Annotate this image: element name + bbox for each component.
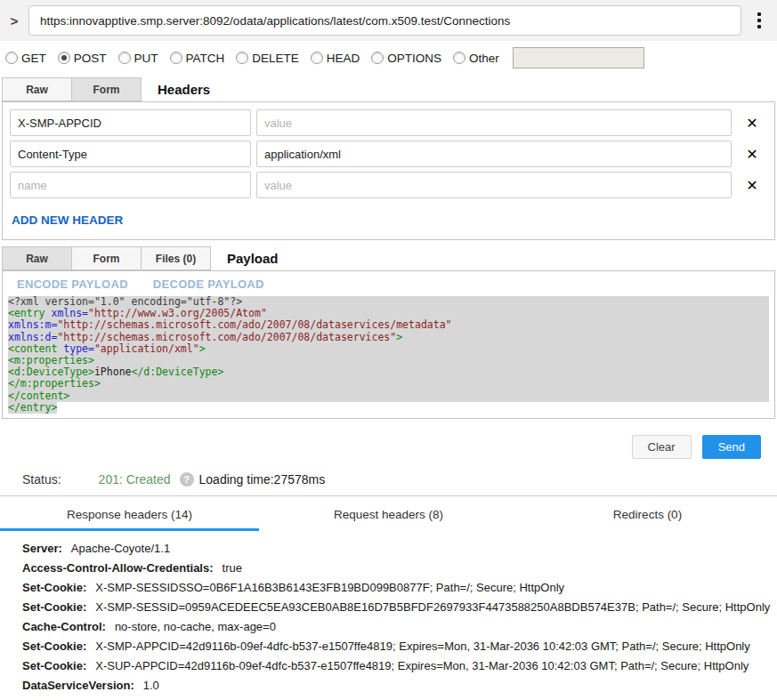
response-header-name: Access-Control-Allow-Credentials: — [22, 561, 214, 575]
headers-tab-raw[interactable]: Raw — [2, 77, 72, 101]
status-code: 201: Created — [99, 472, 171, 487]
loading-time: Loading time:27578ms — [199, 472, 326, 487]
tab-request-headers-8[interactable]: Request headers (8) — [259, 496, 518, 531]
send-button[interactable]: Send — [702, 435, 761, 459]
response-header-name: Server: — [22, 542, 62, 555]
method-radio-patch[interactable]: PATCH — [170, 52, 225, 65]
method-label: PUT — [134, 52, 158, 65]
encode-payload-link[interactable]: ENCODE PAYLOAD — [17, 278, 128, 291]
add-new-header-link[interactable]: ADD NEW HEADER — [12, 213, 123, 227]
header-name-input[interactable] — [10, 172, 251, 198]
method-label: PATCH — [186, 52, 225, 65]
response-header-row: Set-Cookie:X-SMP-SESSIDSSO=0B6F1A16B3B61… — [22, 578, 777, 598]
code-line: </m:properties> — [8, 378, 769, 390]
remove-header-button[interactable]: ✕ — [737, 114, 767, 133]
response-headers-list: Server:Apache-Coyote/1.1Access-Control-A… — [0, 531, 777, 700]
method-label: DELETE — [252, 52, 299, 65]
method-radio-post[interactable]: POST — [58, 52, 107, 65]
tab-redirects-0[interactable]: Redirects (0) — [518, 496, 777, 531]
url-bar: > — [0, 0, 777, 41]
payload-section-title: Payload — [227, 251, 279, 266]
tab-response-headers-14[interactable]: Response headers (14) — [0, 496, 259, 531]
payload-tab-buttons: RawFormFiles (0) — [2, 246, 211, 270]
response-header-value: true — [223, 561, 242, 575]
remove-header-button[interactable]: ✕ — [737, 176, 767, 195]
method-radio-delete[interactable]: DELETE — [236, 52, 299, 65]
payload-editor[interactable]: <?xml version="1.0" encoding="utf-8"?><e… — [3, 294, 774, 418]
radio-icon — [311, 52, 323, 64]
response-header-row: Date:Tue, 05 Apr 2016 10:42:03 GMT — [22, 696, 777, 700]
chevron-right-icon[interactable]: > — [0, 13, 28, 28]
url-input[interactable] — [28, 5, 741, 36]
response-header-row: Set-Cookie:X-SUP-APPCID=42d9116b-09ef-4d… — [22, 656, 777, 676]
response-header-row: Set-Cookie:X-SMP-APPCID=42d9116b-09ef-4d… — [22, 637, 777, 656]
radio-icon — [58, 52, 70, 64]
header-name-input[interactable] — [10, 109, 251, 136]
headers-tabbar: RawForm Headers — [2, 77, 777, 101]
method-radio-head[interactable]: HEAD — [311, 52, 360, 65]
header-value-input[interactable] — [256, 141, 732, 167]
code-line: <content type="application/xml"> — [8, 343, 769, 355]
response-header-value: Apache-Coyote/1.1 — [71, 542, 170, 555]
response-tabbar: Response headers (14)Request headers (8)… — [0, 495, 777, 531]
method-label: GET — [21, 52, 46, 65]
headers-tab-buttons: RawForm — [2, 77, 142, 101]
header-value-input[interactable] — [256, 172, 732, 198]
radio-icon — [118, 52, 131, 64]
method-radio-options[interactable]: OPTIONS — [371, 52, 441, 65]
method-label: HEAD — [327, 52, 360, 65]
headers-panel: ✕✕✕ ADD NEW HEADER — [2, 101, 775, 240]
decode-payload-link[interactable]: DECODE PAYLOAD — [153, 278, 264, 291]
header-rows: ✕✕✕ — [10, 109, 767, 198]
response-header-value: 1.0 — [143, 679, 159, 692]
headers-section-title: Headers — [158, 82, 210, 97]
radio-icon — [5, 52, 18, 64]
payload-actions: ENCODE PAYLOAD DECODE PAYLOAD — [3, 271, 774, 294]
response-header-value: no-store, no-cache, max-age=0 — [115, 620, 276, 633]
method-label: OPTIONS — [387, 52, 441, 65]
response-header-row: Server:Apache-Coyote/1.1 — [22, 539, 777, 559]
response-header-name: Cache-Control: — [22, 620, 106, 633]
status-label: Status: — [22, 472, 61, 487]
remove-header-button[interactable]: ✕ — [737, 145, 767, 164]
response-header-name: Set-Cookie: — [22, 600, 86, 614]
method-label: Other — [469, 52, 499, 65]
header-name-input[interactable] — [10, 141, 251, 167]
radio-icon — [170, 52, 182, 64]
header-row: ✕ — [10, 141, 767, 167]
code-line: </entry> — [8, 402, 57, 414]
header-row: ✕ — [10, 109, 767, 136]
response-header-name: Set-Cookie: — [22, 640, 86, 653]
code-line: <d:DeviceType>iPhone</d:DeviceType> — [8, 366, 769, 378]
header-value-input[interactable] — [256, 109, 732, 136]
response-header-row: Cache-Control:no-store, no-cache, max-ag… — [22, 617, 777, 637]
response-header-name: Set-Cookie: — [22, 659, 86, 672]
method-label: POST — [74, 52, 107, 65]
header-row: ✕ — [10, 172, 767, 198]
clear-button[interactable]: Clear — [632, 435, 692, 459]
method-radio-other[interactable]: Other — [453, 52, 499, 65]
response-header-name: Set-Cookie: — [22, 581, 86, 594]
response-header-value: X-SMP-SESSID=0959ACEDEEC5EA93CEB0AB8E16D… — [95, 600, 770, 614]
code-line: </content> — [8, 390, 769, 402]
kebab-menu-icon[interactable] — [741, 7, 777, 34]
radio-icon — [371, 52, 384, 64]
radio-icon — [453, 52, 465, 64]
method-radio-put[interactable]: PUT — [118, 52, 158, 65]
payload-tab-files-0[interactable]: Files (0) — [141, 246, 211, 270]
radio-icon — [236, 52, 248, 64]
payload-tabbar: RawFormFiles (0) Payload — [2, 246, 777, 270]
other-method-input[interactable] — [513, 47, 644, 68]
response-header-value: X-SMP-SESSIDSSO=0B6F1A16B3B6143E3FB19BD0… — [95, 581, 564, 594]
request-actions: Clear Send — [0, 435, 761, 459]
help-icon[interactable]: ? — [180, 472, 194, 487]
payload-tab-form[interactable]: Form — [71, 246, 142, 270]
status-row: Status: 201: Created ? Loading time:2757… — [22, 472, 777, 487]
payload-panel: ENCODE PAYLOAD DECODE PAYLOAD <?xml vers… — [2, 270, 775, 419]
payload-tab-raw[interactable]: Raw — [2, 246, 72, 270]
response-header-row: Set-Cookie:X-SMP-SESSID=0959ACEDEEC5EA93… — [22, 598, 777, 617]
response-header-value: X-SMP-APPCID=42d9116b-09ef-4dfc-b537-e15… — [95, 640, 750, 653]
response-header-value: X-SUP-APPCID=42d9116b-09ef-4dfc-b537-e15… — [95, 659, 749, 672]
method-radio-get[interactable]: GET — [5, 52, 46, 65]
headers-tab-form[interactable]: Form — [71, 77, 142, 101]
